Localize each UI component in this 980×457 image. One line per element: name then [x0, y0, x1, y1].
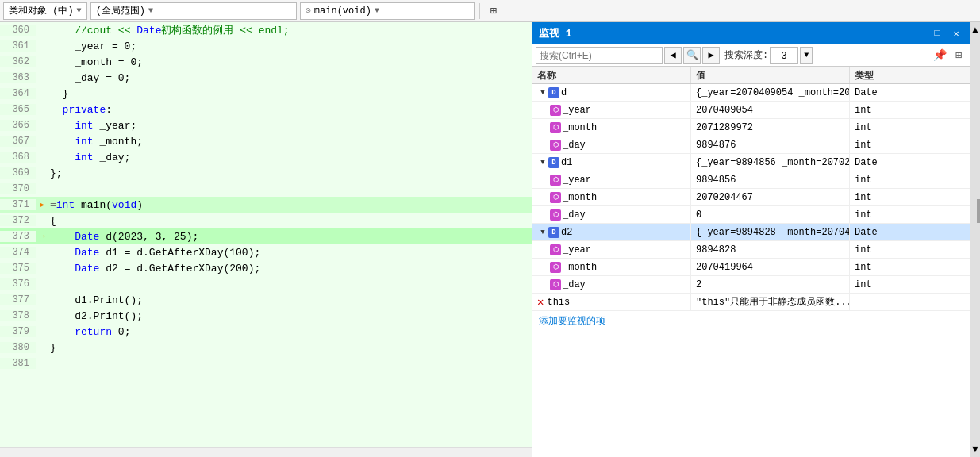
watch-row-this[interactable]: ✕this"this"只能用于非静态成员函数...↻ [532, 294, 970, 311]
code-hscrollbar[interactable] [0, 447, 532, 457]
watch-name-d2: ▼Dd2 [532, 224, 691, 240]
watch-minimize-btn[interactable]: ─ [910, 25, 926, 41]
watch-type-d_month: int [850, 119, 913, 136]
watch-name-d2_month: ⬡_month [532, 259, 691, 275]
watch-panel: 监视 1 ─ □ ✕ ◀ 🔍 ▶ 搜索深度: ▼ 📌 ⊞ 名称 值 类型 [532, 22, 970, 457]
watch-value-d1_month: 2070204467 [691, 189, 850, 205]
watch-row-d_year[interactable]: ⬡_year2070409054int [532, 102, 970, 119]
watch-restore-btn[interactable]: □ [929, 25, 945, 41]
line-num-364: 364 [0, 88, 36, 99]
line-content-369: }; [48, 167, 532, 179]
watch-search-input[interactable] [536, 47, 663, 64]
code-lines: 360 //cout << Date初构函数的例用 << endl;361 _y… [0, 22, 532, 447]
pin-button[interactable]: ⊞ [485, 2, 502, 20]
function-scope-icon: ⊙ [306, 5, 311, 17]
line-content-378: d2.Print(); [48, 310, 532, 322]
watch-depth-input[interactable] [770, 47, 798, 64]
code-line-367: 367 int _month; [0, 133, 532, 149]
watch-table: 名称 值 类型 ▼Dd{_year=2070409054 _month=2071… [532, 67, 970, 457]
watch-expand-btn[interactable]: ⊞ [950, 47, 967, 64]
code-panel: 360 //cout << Date初构函数的例用 << endl;361 _y… [0, 22, 532, 457]
var-icon-d1_month: ⬡ [550, 192, 561, 203]
scope-dropdown-arrow: ▼ [148, 6, 153, 15]
var-icon-d_month: ⬡ [550, 122, 561, 133]
watch-row-d2_year[interactable]: ⬡_year9894828int [532, 241, 970, 259]
line-content-362: _month = 0; [48, 56, 532, 68]
right-strip-top[interactable]: ▲ [970, 22, 980, 38]
watch-search-prev-btn[interactable]: ◀ [664, 47, 682, 64]
line-num-379: 379 [0, 326, 36, 337]
line-content-368: int _day; [48, 152, 532, 163]
watch-name-d1_day: ⬡_day [532, 206, 691, 223]
watch-row-d2_month[interactable]: ⬡_month2070419964int [532, 259, 970, 276]
watch-value-d: {_year=2070409054 _month=20712... [691, 84, 850, 101]
code-line-377: 377 d1.Print(); [0, 292, 532, 308]
line-num-368: 368 [0, 152, 36, 163]
watch-depth-down-btn[interactable]: ▼ [800, 47, 813, 64]
line-content-365: private: [48, 104, 532, 116]
watch-row-d1_day[interactable]: ⬡_day0int [532, 206, 970, 224]
watch-name-d1_month: ⬡_month [532, 189, 691, 205]
watch-name-text-d: d [561, 87, 567, 98]
line-content-373: Date d(2023, 3, 25); [48, 231, 532, 243]
expand-icon-d2[interactable]: ▼ [537, 227, 548, 238]
watch-name-text-d1_day: _day [563, 209, 586, 221]
var-icon-d2: D [548, 227, 559, 238]
watch-add-item[interactable]: 添加要监视的项 [532, 311, 970, 331]
watch-row-d2_day[interactable]: ⬡_day2int [532, 276, 970, 294]
col-type-header: 类型 [850, 67, 913, 83]
watch-type-d2_month: int [850, 259, 913, 275]
code-line-363: 363 _day = 0; [0, 70, 532, 86]
watch-row-d[interactable]: ▼Dd{_year=2070409054 _month=20712...Date [532, 84, 970, 102]
var-icon-d2_month: ⬡ [550, 262, 561, 273]
watch-name-d1_year: ⬡_year [532, 171, 691, 188]
right-scrollbar-strip[interactable]: ▲ ▼ [970, 22, 980, 457]
expand-icon-d[interactable]: ▼ [537, 87, 548, 98]
code-line-373: 373→ Date d(2023, 3, 25); [0, 228, 532, 244]
watch-search-btn[interactable]: 🔍 [683, 47, 701, 64]
watch-name-text-d_year: _year [563, 105, 591, 116]
watch-row-d1_year[interactable]: ⬡_year9894856int [532, 171, 970, 189]
watch-row-d_month[interactable]: ⬡_month2071289972int [532, 119, 970, 136]
class-dropdown[interactable]: 类和对象 (中) ▼ [3, 2, 87, 20]
watch-row-d_day[interactable]: ⬡_day9894876int [532, 136, 970, 154]
watch-name-d_day: ⬡_day [532, 136, 691, 153]
watch-search-next-btn[interactable]: ▶ [702, 47, 720, 64]
watch-type-d2: Date [850, 224, 913, 240]
watch-search-bar: ◀ 🔍 ▶ 搜索深度: ▼ 📌 ⊞ [532, 44, 970, 67]
right-strip-bottom[interactable]: ▼ [970, 441, 980, 457]
expand-icon-d1[interactable]: ▼ [537, 157, 548, 168]
watch-type-d: Date [850, 84, 913, 101]
line-num-370: 370 [0, 183, 36, 194]
line-num-380: 380 [0, 342, 36, 353]
line-num-361: 361 [0, 40, 36, 52]
watch-row-d1[interactable]: ▼Dd1{_year=9894856 _month=20702044...Dat… [532, 154, 970, 171]
line-content-361: _year = 0; [48, 40, 532, 52]
code-line-381: 381 [0, 355, 532, 371]
watch-pin-btn[interactable]: 📌 [931, 47, 948, 64]
watch-value-d_day: 9894876 [691, 136, 850, 153]
line-content-375: Date d2 = d.GetAfterXDay(200); [48, 263, 532, 275]
watch-close-btn[interactable]: ✕ [948, 25, 964, 41]
toolbar-sep-1 [479, 3, 480, 19]
function-dropdown[interactable]: ⊙ main(void) ▼ [300, 2, 475, 20]
watch-value-d_month: 2071289972 [691, 119, 850, 136]
scope-dropdown[interactable]: (全局范围) ▼ [90, 2, 297, 20]
watch-name-text-d1_year: _year [563, 175, 591, 186]
watch-row-d2[interactable]: ▼Dd2{_year=9894828 _month=20704199...Dat… [532, 224, 970, 241]
watch-name-d1: ▼Dd1 [532, 154, 691, 171]
watch-row-d1_month[interactable]: ⬡_month2070204467int [532, 189, 970, 206]
line-num-369: 369 [0, 167, 36, 179]
watch-name-d2_year: ⬡_year [532, 241, 691, 258]
watch-name-text-this: this [547, 297, 570, 308]
code-line-380: 380} [0, 340, 532, 355]
right-strip-bar[interactable] [970, 38, 980, 441]
line-gutter-373: → [36, 231, 48, 242]
watch-name-text-d_day: _day [563, 140, 586, 151]
line-num-375: 375 [0, 263, 36, 274]
code-line-370: 370 [0, 181, 532, 197]
col-value-header: 值 [691, 67, 850, 83]
line-content-364: } [48, 88, 532, 100]
code-line-378: 378 d2.Print(); [0, 308, 532, 324]
line-gutter-371: ▶ [36, 200, 48, 209]
